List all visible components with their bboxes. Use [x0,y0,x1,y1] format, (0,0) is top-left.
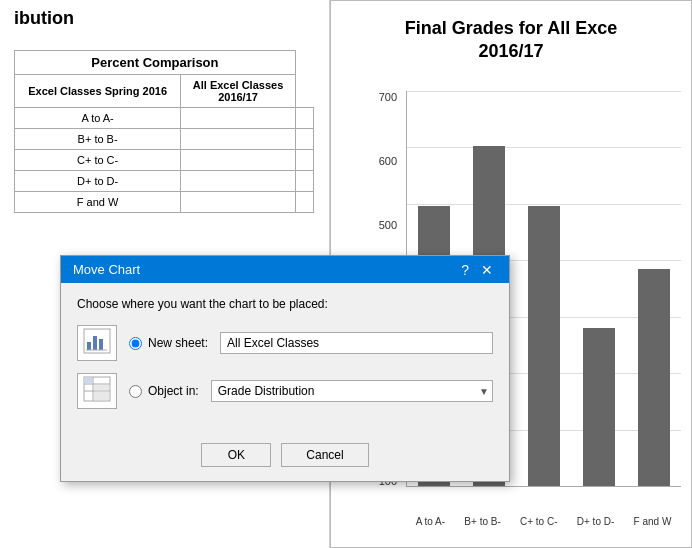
new-sheet-radio[interactable] [129,337,142,350]
cancel-button[interactable]: Cancel [281,443,368,467]
svg-rect-11 [94,392,109,400]
new-sheet-label: New sheet: [148,336,208,350]
dialog-close-button[interactable]: ✕ [477,263,497,277]
svg-rect-9 [85,378,92,383]
object-in-select[interactable]: Grade DistributionSheet1Sheet2 [211,380,493,402]
dialog-title: Move Chart [73,262,140,277]
object-in-label: Object in: [148,384,199,398]
svg-rect-10 [94,385,109,390]
svg-rect-2 [93,336,97,350]
dialog-body: Choose where you want the chart to be pl… [61,283,509,435]
new-sheet-icon [83,328,111,359]
dialog-description: Choose where you want the chart to be pl… [77,297,493,311]
dialog-footer: OK Cancel [61,435,509,481]
object-in-radio[interactable] [129,385,142,398]
svg-rect-1 [87,342,91,350]
ok-button[interactable]: OK [201,443,271,467]
dialog-overlay: Move Chart ? ✕ Choose where you want the… [0,0,692,548]
sheet-icon-svg [83,376,111,402]
dialog-help-button[interactable]: ? [457,263,473,277]
new-sheet-radio-label[interactable]: New sheet: [129,336,208,350]
chart-icon-svg [83,328,111,354]
object-in-row: Object in: Grade DistributionSheet1Sheet… [77,373,493,409]
object-in-select-wrapper: Grade DistributionSheet1Sheet2 ▼ [211,380,493,402]
dialog-titlebar: Move Chart ? ✕ [61,256,509,283]
object-in-radio-label[interactable]: Object in: [129,384,199,398]
svg-rect-3 [99,339,103,350]
new-sheet-row: New sheet: All Excel Classes [77,325,493,361]
object-in-icon-container [77,373,117,409]
object-in-icon [83,376,111,407]
move-chart-dialog: Move Chart ? ✕ Choose where you want the… [60,255,510,482]
new-sheet-icon-container [77,325,117,361]
dialog-titlebar-buttons: ? ✕ [457,263,497,277]
new-sheet-input[interactable]: All Excel Classes [220,332,493,354]
